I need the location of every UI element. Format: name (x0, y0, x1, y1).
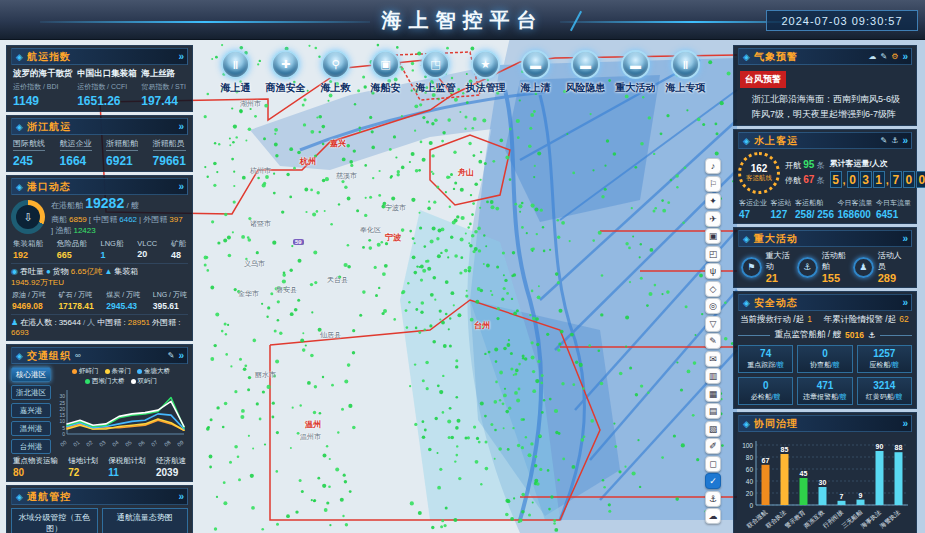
chevrons-icon[interactable]: » (178, 51, 183, 62)
chevrons-icon[interactable]: » (902, 51, 907, 62)
nav-item-海上专项[interactable]: ‖海上专项 (663, 50, 708, 95)
rescue-stats-row: 当前搜救行动 /起1 年累计险情报警 /起62 (738, 314, 912, 326)
nav-item-执法管理[interactable]: ★执法管理 (463, 50, 508, 95)
commodity: 煤炭 / 万吨2945.43 (106, 290, 140, 311)
svg-text:90: 90 (876, 443, 884, 450)
message-icon[interactable]: ◻ (705, 456, 721, 472)
safety-cell[interactable]: 0协查船/艘 (797, 345, 852, 373)
nav-item-label: 海船安 (371, 81, 401, 95)
passenger-route-gauge: 162 客运航线 (738, 152, 780, 194)
safety-cell[interactable]: 1257应检船/艘 (857, 345, 912, 373)
passenger-stat: 客运企业47 (739, 198, 767, 220)
safety-cell[interactable]: 3214红黄码船/艘 (857, 377, 912, 405)
safety-cell[interactable]: 0必检船/艘 (738, 377, 793, 405)
maritime-dashboard: 湖州市杭州市诸暨市义乌市金华市磐安县天台县慈溪市宁波市奉化区仙居县丽水市温州市大… (0, 0, 925, 533)
index-value: 197.44 (141, 94, 186, 108)
event-icon: ⚑ (741, 257, 762, 278)
target-icon[interactable]: ◎ (705, 298, 721, 314)
nav-item-海船安[interactable]: ▣海船安 (363, 50, 408, 95)
chevrons-icon[interactable]: » (178, 181, 183, 192)
nav-glyph: ▬ (580, 59, 591, 71)
gauge-value: 162 (751, 163, 768, 174)
chevrons-icon[interactable]: » (178, 121, 183, 132)
bulb-icon[interactable]: ✦ (705, 193, 721, 209)
volume-icon[interactable]: ♪ (705, 158, 721, 174)
safety-cell[interactable]: 74重点跟踪/艘 (738, 345, 793, 373)
section-title: 交通组织 (27, 349, 71, 363)
index-item: 海上丝路贸易指数 / STI197.44 (141, 68, 186, 108)
index-name: 波罗的海干散货 (13, 68, 73, 80)
pencil-icon[interactable]: ✎ (168, 351, 175, 360)
nav-item-风险隐患[interactable]: ▬风险隐患 (563, 50, 608, 95)
datetime-display: 2024-07-03 09:30:57 (766, 10, 918, 31)
pencil-icon[interactable]: ✎ (881, 52, 888, 61)
port-tab-浙北港区[interactable]: 浙北港区 (11, 385, 51, 400)
chart-icon[interactable]: ▥ (705, 368, 721, 384)
image-icon[interactable]: ▤ (705, 403, 721, 419)
index-name: 中国出口集装箱 (77, 68, 137, 80)
svg-text:海警执法: 海警执法 (879, 509, 902, 530)
passenger-stat: 客运船舶258/ 256 (795, 198, 834, 220)
camera-icon[interactable]: ▣ (705, 228, 721, 244)
safety-cell[interactable]: 471违章报警船/艘 (797, 377, 852, 405)
cell-label: 协查船/艘 (798, 360, 851, 370)
gear-icon[interactable]: ⚙ (891, 52, 898, 61)
chevrons-icon[interactable]: » (902, 418, 907, 429)
section-nav-control: ◈ 通航管控 » 水域分级管控（五色图）通航流量态势图 商船航路纳规率 :94.… (6, 485, 193, 533)
ruler-icon[interactable]: ✎ (705, 333, 721, 349)
chevrons-icon[interactable]: » (178, 350, 183, 361)
port-tab-嘉兴港[interactable]: 嘉兴港 (11, 403, 51, 418)
flag-icon[interactable]: ⚐ (705, 176, 721, 192)
fullscreen-icon[interactable]: ◰ (705, 246, 721, 262)
diamond-icon: ◈ (743, 234, 750, 244)
people-part: 外国籍 : (152, 317, 180, 328)
check-icon[interactable]: ✓ (705, 473, 721, 489)
port-tab-核心港区[interactable]: 核心港区 (11, 367, 51, 382)
nav-control-button[interactable]: 通航流量态势图 (102, 508, 189, 533)
throughput-part: 货物 (53, 266, 69, 277)
breakdown-part: 商船 (51, 214, 67, 225)
grid-icon[interactable]: ▦ (705, 386, 721, 402)
passenger-stat-value: 47 (739, 209, 767, 220)
cell-label: 红黄码船/艘 (858, 392, 911, 402)
polygon-icon[interactable]: ◇ (705, 281, 721, 297)
zone-label: 台州 (474, 320, 490, 331)
nav-item-重大活动[interactable]: ▬重大活动 (613, 50, 658, 95)
nav-item-label: 海上专项 (666, 81, 706, 95)
nav-item-海上通[interactable]: ‖海上通 (213, 50, 258, 95)
plane-icon[interactable]: ✈ (705, 211, 721, 227)
chevrons-icon[interactable]: » (902, 233, 907, 244)
nav-item-商渔安全[interactable]: ✚商渔安全 (263, 50, 308, 95)
nav-item-label: 海上通 (221, 81, 251, 95)
pen-icon[interactable]: ✐ (705, 438, 721, 454)
chevrons-icon[interactable]: » (902, 297, 907, 308)
mail-icon[interactable]: ✉ (705, 351, 721, 367)
legend-item: 条帚门 (105, 367, 132, 376)
throughput-part: ◉ (11, 267, 18, 276)
port-tab-台州港[interactable]: 台州港 (11, 439, 51, 454)
chevrons-icon[interactable]: » (178, 491, 183, 502)
port-tab-温州港[interactable]: 温州港 (11, 421, 51, 436)
nav-item-海上救[interactable]: ⚲海上救 (313, 50, 358, 95)
shipping-index-items: 波罗的海干散货运价指数 / BDI1149中国出口集装箱运价指数 / CCFI1… (11, 68, 188, 108)
ship-type: 矿船48 (171, 239, 186, 260)
passenger-stat-label: 今日车流量 (876, 198, 911, 208)
nav-item-海上清[interactable]: ▬海上清 (513, 50, 558, 95)
traffic-stat: 经济航速2039 (156, 456, 186, 478)
chevrons-icon[interactable]: » (902, 135, 907, 146)
svg-text:09: 09 (176, 439, 185, 448)
nav-item-海上监管[interactable]: ◳海上监管 (413, 50, 458, 95)
branch-icon[interactable]: ψ (705, 263, 721, 279)
person-pin-icon[interactable]: ⚓ (705, 491, 721, 507)
photo-icon[interactable]: ▧ (705, 421, 721, 437)
pencil-icon[interactable]: ✎ (881, 136, 888, 145)
passenger-stat-label: 客运站 (771, 198, 792, 208)
digit-box: 7 (890, 171, 902, 188)
in-port-icon: ⇩ (23, 211, 32, 224)
funnel-icon[interactable]: ▽ (705, 316, 721, 332)
nav-glyph: ▬ (630, 59, 641, 71)
nav-control-button[interactable]: 水域分级管控（五色图） (11, 508, 98, 533)
cloud-icon[interactable]: ☁ (869, 52, 877, 61)
cloud-icon[interactable]: ☁ (705, 508, 721, 524)
anchor-icon[interactable]: ⚓ (891, 136, 898, 145)
